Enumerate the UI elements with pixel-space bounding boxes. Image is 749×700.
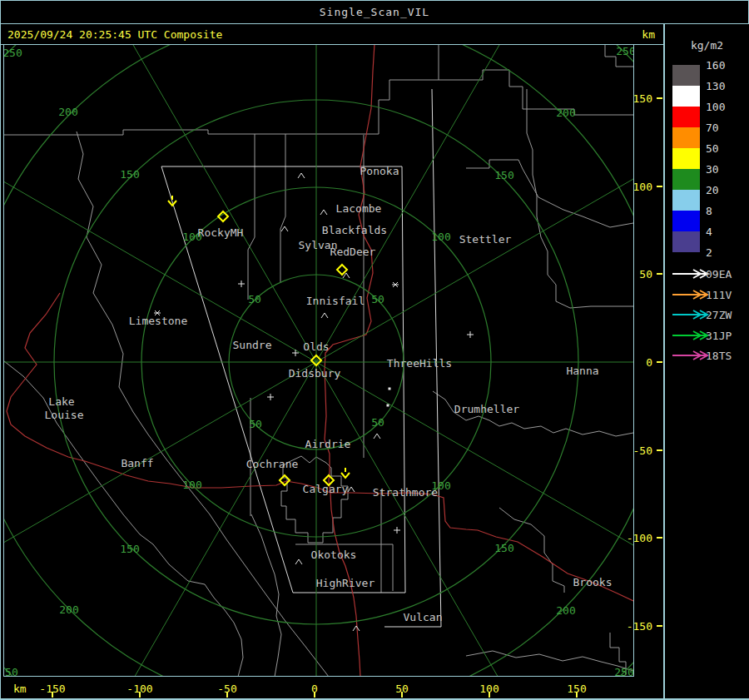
color-scale-value: 20 [706,184,719,196]
arrow-glyph [672,270,707,278]
right-axis-label: 50 [639,268,652,280]
right-axis-tick [657,186,662,187]
radar-id-label: 31JP [706,329,732,341]
radar-arrow-icon [671,268,711,280]
window-title: Single_Scan_VIL [320,6,429,18]
arrow-glyph [672,310,707,319]
color-scale-value: 100 [706,101,725,113]
right-axis-unit-label: km [642,28,655,41]
bottom-axis-tick [314,692,315,698]
color-scale-box [672,127,700,148]
radar-id-label: 27ZW [706,309,732,321]
right-axis-label: 100 [633,181,652,193]
color-scale-value: 160 [706,59,725,72]
right-axis-tick [657,449,662,451]
radar-arrow-icon [671,350,711,361]
bottom-axis-tick [226,692,228,698]
color-scale-value: 8 [706,205,712,217]
color-scale-box [672,169,700,190]
color-scale-box [672,231,700,252]
color-scale-box [672,211,700,231]
bottom-axis-tick [489,692,490,698]
right-axis-label: -50 [633,444,652,457]
legend-panel: kg/m2 16013010070503020842 09EA111V27ZW3… [665,24,749,698]
right-axis-tick [657,537,662,539]
color-scale-value: 2 [706,246,712,259]
timestamp-label: 2025/09/24 20:25:45 UTC Composite [7,28,642,41]
right-axis-label: -150 [627,620,652,633]
right-axis-tick [657,273,662,275]
arrow-glyph [672,331,707,340]
radar-arrow-icon [671,309,711,320]
radar-arrow-icon [671,330,711,341]
right-axis-label: 150 [633,92,652,105]
color-scale-box [672,107,700,127]
arrow-glyph [672,351,707,360]
radar-arrow-icon [671,289,711,300]
bottom-axis-tick [576,692,578,698]
bottom-axis-tick [139,692,141,698]
color-scale-box [672,190,700,211]
right-axis-tick [657,97,662,99]
bottom-axis-tick [52,692,53,698]
right-axis-tick [657,625,662,627]
right-axis-label: 0 [646,356,652,369]
right-axis-tick [657,361,662,363]
radar-id-label: 09EA [706,268,732,280]
info-bar: 2025/09/24 20:25:45 UTC Composite km [0,24,664,45]
radar-id-label: 18TS [706,350,732,362]
bottom-axis-unit-label: km [13,683,27,695]
color-scale-value: 4 [706,226,712,238]
right-axis-label: -100 [627,532,652,544]
color-scale-box [672,148,700,169]
color-scale-box [672,65,700,86]
color-scale-value: 50 [706,142,719,155]
arrow-glyph [672,290,707,299]
color-scale-box [672,86,700,107]
radar-app-window: 5010015020025050100150200250501001502002… [0,0,749,700]
color-scale-value: 70 [706,122,719,134]
left-divider [0,0,1,700]
title-bar: Single_Scan_VIL [0,0,749,24]
bottom-axis-tick [401,692,403,698]
radar-id-label: 111V [706,288,732,300]
legend-unit-label: kg/m2 [665,39,749,52]
color-scale-value: 130 [706,80,725,92]
color-scale-value: 30 [706,163,719,176]
map-frame-border [3,44,634,677]
